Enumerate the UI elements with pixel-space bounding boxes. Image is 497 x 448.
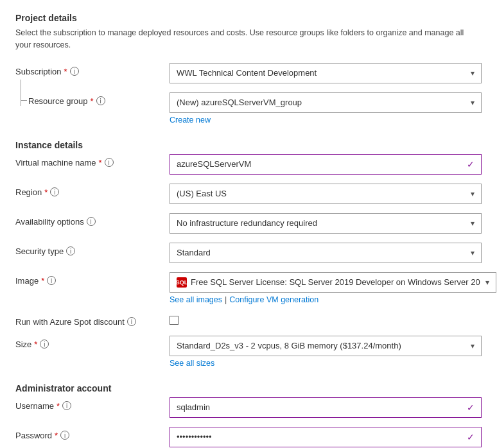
- image-info-icon[interactable]: i: [47, 276, 56, 285]
- region-row: Region * i (US) East US ▾: [15, 184, 482, 204]
- subscription-value: WWL Technical Content Development: [177, 68, 466, 78]
- size-control: Standard_D2s_v3 - 2 vcpus, 8 GiB memory …: [170, 336, 482, 368]
- availability-options-info-icon[interactable]: i: [87, 217, 96, 226]
- vm-name-info-icon[interactable]: i: [105, 158, 114, 167]
- link-separator: |: [225, 295, 227, 304]
- security-type-dropdown[interactable]: Standard ▾: [170, 243, 482, 263]
- image-product-icon: SQL: [177, 277, 187, 288]
- see-all-images-link[interactable]: See all images: [170, 295, 222, 304]
- subscription-info-icon[interactable]: i: [70, 67, 79, 76]
- image-value: Free SQL Server License: SQL Server 2019…: [191, 277, 480, 287]
- username-dropdown[interactable]: sqladmin ✓: [170, 397, 482, 418]
- spot-discount-checkbox-wrapper: [170, 313, 482, 325]
- security-type-row: Security type i Standard ▾: [15, 243, 482, 263]
- username-label-col: Username * i: [15, 397, 170, 411]
- spot-discount-info-icon[interactable]: i: [127, 317, 136, 326]
- spot-discount-row: Run with Azure Spot discount i: [15, 313, 482, 327]
- configure-vm-link[interactable]: Configure VM generation: [229, 295, 318, 304]
- subscription-label: Subscription: [15, 67, 62, 76]
- resource-group-control: (New) azureSQLServerVM_group ▾ Create ne…: [170, 92, 482, 125]
- size-required: *: [34, 340, 37, 349]
- size-info-icon[interactable]: i: [40, 340, 49, 349]
- region-label: Region: [15, 187, 42, 197]
- resource-group-label-col: Resource group * i: [15, 92, 170, 106]
- subscription-control: WWL Technical Content Development ▾: [170, 63, 482, 83]
- subscription-row: Subscription * i WWL Technical Content D…: [15, 63, 482, 83]
- resource-group-dropdown[interactable]: (New) azureSQLServerVM_group ▾: [170, 92, 482, 113]
- password-label-col: Password * i: [15, 427, 170, 440]
- resource-group-info-icon[interactable]: i: [96, 96, 105, 105]
- username-check-icon: ✓: [467, 402, 475, 413]
- size-row: Size * i Standard_D2s_v3 - 2 vcpus, 8 Gi…: [15, 336, 482, 368]
- security-type-info-icon[interactable]: i: [66, 246, 75, 255]
- username-required: *: [57, 401, 60, 411]
- password-row: Password * i •••••••••••• ✓: [15, 427, 482, 447]
- region-dropdown[interactable]: (US) East US ▾: [170, 184, 482, 204]
- resource-group-chevron-icon: ▾: [471, 98, 475, 107]
- password-control: •••••••••••• ✓: [170, 427, 482, 447]
- admin-account-section: Administrator account Username * i sqlad…: [15, 383, 482, 449]
- availability-options-dropdown[interactable]: No infrastructure redundancy required ▾: [170, 213, 482, 234]
- vm-name-label: Virtual machine name: [15, 158, 96, 168]
- region-info-icon[interactable]: i: [50, 187, 59, 196]
- password-info-icon[interactable]: i: [60, 431, 69, 440]
- instance-details-title: Instance details: [15, 140, 482, 150]
- password-label: Password: [15, 431, 52, 440]
- username-info-icon[interactable]: i: [62, 401, 71, 410]
- vm-name-check-icon: ✓: [467, 159, 475, 169]
- admin-account-title: Administrator account: [15, 383, 482, 393]
- image-chevron-icon: ▾: [485, 278, 489, 287]
- resource-group-required: *: [91, 96, 94, 106]
- availability-options-label: Availability options: [15, 217, 84, 227]
- availability-options-label-col: Availability options i: [15, 213, 170, 227]
- resource-group-value: (New) azureSQLServerVM_group: [177, 98, 466, 107]
- image-dropdown[interactable]: SQL Free SQL Server License: SQL Server …: [170, 272, 496, 293]
- region-chevron-icon: ▾: [471, 189, 475, 198]
- project-details-title: Project details: [15, 13, 482, 23]
- resource-group-label: Resource group: [28, 96, 88, 106]
- password-check-icon: ✓: [467, 432, 475, 442]
- password-dropdown[interactable]: •••••••••••• ✓: [170, 427, 482, 447]
- spot-discount-control: [170, 313, 482, 325]
- vm-name-dropdown[interactable]: azureSQLServerVM ✓: [170, 154, 482, 175]
- resource-group-row: Resource group * i (New) azureSQLServerV…: [15, 92, 482, 125]
- size-chevron-icon: ▾: [471, 341, 475, 350]
- instance-details-section: Instance details Virtual machine name * …: [15, 140, 482, 368]
- subscription-dropdown[interactable]: WWL Technical Content Development ▾: [170, 63, 482, 83]
- subscription-chevron-icon: ▾: [471, 69, 475, 78]
- security-type-control: Standard ▾: [170, 243, 482, 263]
- password-value: ••••••••••••: [177, 432, 462, 442]
- image-row: Image * i SQL Free SQL Server License: S…: [15, 272, 482, 304]
- region-control: (US) East US ▾: [170, 184, 482, 204]
- availability-options-value: No infrastructure redundancy required: [177, 218, 466, 228]
- security-type-label: Security type: [15, 246, 64, 256]
- username-label: Username: [15, 401, 54, 411]
- image-required: *: [41, 276, 44, 286]
- see-all-sizes-link[interactable]: See all sizes: [170, 359, 482, 368]
- security-type-chevron-icon: ▾: [471, 248, 475, 257]
- vm-name-required: *: [99, 158, 102, 168]
- username-control: sqladmin ✓: [170, 397, 482, 418]
- availability-options-chevron-icon: ▾: [471, 219, 475, 228]
- security-type-label-col: Security type i: [15, 243, 170, 256]
- subscription-label-col: Subscription * i: [15, 63, 170, 76]
- spot-discount-checkbox[interactable]: [170, 316, 179, 325]
- image-links-row: See all images | Configure VM generation: [170, 295, 496, 304]
- security-type-value: Standard: [177, 248, 466, 257]
- size-dropdown[interactable]: Standard_D2s_v3 - 2 vcpus, 8 GiB memory …: [170, 336, 482, 356]
- image-control: SQL Free SQL Server License: SQL Server …: [170, 272, 496, 304]
- create-new-link[interactable]: Create new: [170, 116, 482, 125]
- vm-name-row: Virtual machine name * i azureSQLServerV…: [15, 154, 482, 175]
- size-value: Standard_D2s_v3 - 2 vcpus, 8 GiB memory …: [177, 341, 466, 350]
- region-value: (US) East US: [177, 189, 466, 198]
- password-required: *: [55, 431, 58, 440]
- vm-name-label-col: Virtual machine name * i: [15, 154, 170, 168]
- size-label-col: Size * i: [15, 336, 170, 349]
- region-label-col: Region * i: [15, 184, 170, 197]
- availability-options-row: Availability options i No infrastructure…: [15, 213, 482, 234]
- project-details-section: Project details Select the subscription …: [15, 13, 482, 125]
- vm-name-value: azureSQLServerVM: [177, 159, 462, 169]
- subscription-required: *: [64, 67, 67, 76]
- image-label-col: Image * i: [15, 272, 170, 286]
- spot-discount-label: Run with Azure Spot discount: [15, 317, 125, 327]
